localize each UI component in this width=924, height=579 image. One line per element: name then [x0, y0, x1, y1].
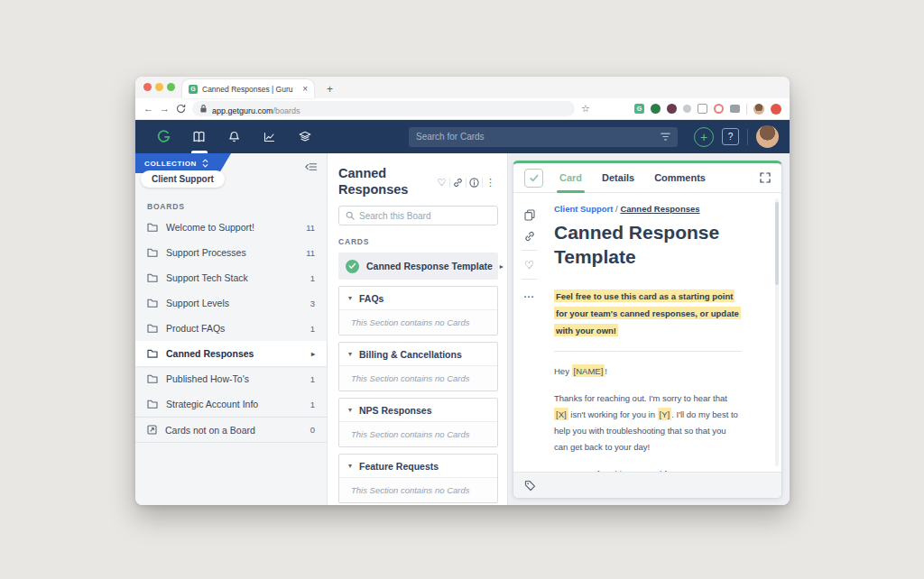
extension-icon[interactable]	[651, 104, 661, 114]
caret-down-icon[interactable]: ▾	[348, 350, 352, 358]
favorite-heart-icon[interactable]: ♡	[524, 254, 534, 275]
extension-icon[interactable]	[667, 104, 677, 114]
tab-close-icon[interactable]: ×	[302, 85, 308, 94]
board-row[interactable]: Support Tech Stack 1	[135, 265, 327, 290]
url-omnibox[interactable]: app.getguru.com/boards	[192, 101, 575, 116]
folder-icon	[147, 273, 158, 282]
caret-down-icon[interactable]: ▾	[348, 294, 352, 302]
extension-icon[interactable]	[714, 104, 724, 114]
card-detail-area: Card Details Comments	[508, 153, 790, 505]
section-empty-state: This Section contains no Cards	[339, 309, 497, 335]
analytics-chart-icon[interactable]	[252, 120, 287, 153]
search-filter-icon[interactable]	[661, 133, 670, 141]
copy-link-icon[interactable]	[450, 178, 466, 188]
divider	[746, 104, 747, 115]
verified-check-icon	[346, 260, 359, 273]
caret-down-icon[interactable]: ▾	[348, 462, 352, 470]
divider	[522, 250, 538, 251]
app-navbar: + ?	[135, 120, 790, 153]
user-avatar[interactable]	[756, 125, 779, 148]
board-row-selected[interactable]: Canned Responses ▸	[135, 341, 327, 366]
card-search-input[interactable]	[416, 132, 661, 142]
boards-nav-icon[interactable]	[181, 120, 217, 153]
browser-tab[interactable]: G Canned Responses | Guru ×	[182, 79, 314, 98]
window-minimize-button[interactable]	[155, 83, 163, 91]
breadcrumb-board-link[interactable]: Canned Responses	[620, 204, 699, 214]
tab-title: Canned Responses | Guru	[202, 85, 298, 94]
browser-profile-avatar[interactable]	[753, 104, 764, 115]
back-icon[interactable]: ←	[143, 104, 153, 114]
card-detail: Card Details Comments	[513, 161, 782, 499]
info-icon[interactable]	[467, 178, 482, 188]
guru-extension-icon[interactable]: G	[634, 104, 644, 114]
board-row[interactable]: Support Levels 3	[135, 290, 327, 316]
tab-comments[interactable]: Comments	[654, 163, 706, 192]
extensions-row: G	[634, 104, 781, 115]
board-search-box[interactable]	[338, 206, 498, 225]
tab-details[interactable]: Details	[602, 163, 634, 192]
board-row[interactable]: Strategic Account Info 1	[135, 391, 327, 417]
duplicate-card-icon[interactable]	[524, 205, 535, 225]
guru-logo-icon[interactable]	[146, 120, 181, 153]
section-header[interactable]: ▾ Billing & Cancellations	[339, 343, 497, 365]
cards-section-label: CARDS	[338, 237, 498, 246]
reload-icon[interactable]	[176, 104, 186, 114]
board-section: ▾ Feature Requests This Section contains…	[338, 454, 498, 503]
new-tab-button[interactable]: +	[327, 83, 333, 96]
board-search-input[interactable]	[359, 211, 491, 221]
extension-icon[interactable]	[683, 105, 691, 113]
board-row[interactable]: Support Processes 11	[135, 240, 327, 265]
create-card-button[interactable]: +	[694, 127, 714, 147]
folder-icon	[147, 299, 158, 308]
section-header[interactable]: ▾ NPS Responses	[339, 399, 497, 421]
card-footer	[513, 472, 781, 498]
board-panel: Canned Responses ♡ ⋮	[328, 153, 508, 505]
notifications-bell-icon[interactable]	[217, 120, 252, 153]
help-button[interactable]: ?	[722, 128, 739, 145]
collection-name-pill[interactable]: Client Support	[141, 170, 225, 188]
folder-icon	[147, 400, 158, 409]
url-host: app.getguru.com	[212, 106, 273, 115]
folder-icon	[147, 374, 158, 383]
copy-link-icon[interactable]	[524, 225, 535, 246]
folder-icon	[147, 223, 158, 232]
browser-menu-icon[interactable]	[771, 104, 781, 115]
board-row[interactable]: Welcome to Support! 11	[135, 215, 327, 240]
board-row[interactable]: Published How-To's 1	[135, 366, 327, 391]
cards-not-on-board-row[interactable]: Cards not on a Board 0	[135, 418, 327, 443]
app-content: COLLECTION Client Support BOARDS Welcome…	[135, 153, 790, 505]
kebab-menu-icon[interactable]: ⋮	[483, 178, 498, 188]
tag-icon[interactable]	[524, 480, 536, 492]
window-close-button[interactable]	[143, 83, 152, 91]
folder-icon	[147, 324, 158, 333]
tab-card[interactable]: Card	[559, 163, 582, 192]
scrollbar-thumb[interactable]	[775, 202, 779, 285]
section-header[interactable]: ▾ Feature Requests	[339, 455, 497, 477]
extension-icon[interactable]	[698, 104, 707, 114]
collection-label: COLLECTION	[144, 160, 197, 168]
bookmark-star-icon[interactable]: ☆	[581, 104, 590, 114]
favorite-heart-icon[interactable]: ♡	[434, 178, 449, 188]
lock-icon	[199, 104, 208, 114]
window-zoom-button[interactable]	[167, 83, 175, 91]
forward-icon[interactable]: →	[160, 104, 170, 114]
more-actions-icon[interactable]: ...	[523, 283, 534, 304]
breadcrumb-collection-link[interactable]: Client Support	[554, 204, 613, 214]
folder-icon	[147, 248, 158, 257]
card-scrollbar[interactable]	[775, 198, 779, 466]
card-title: Canned Response Template	[554, 220, 730, 270]
board-section: ▾ Billing & Cancellations This Section c…	[338, 342, 498, 391]
screenshot-extension-icon[interactable]	[730, 105, 740, 113]
caret-down-icon[interactable]: ▾	[348, 406, 352, 414]
collections-layers-icon[interactable]	[287, 120, 322, 153]
card-search-bar[interactable]	[409, 127, 678, 147]
chevron-right-icon: ▸	[311, 350, 315, 358]
verify-card-button[interactable]	[524, 169, 543, 188]
section-header[interactable]: ▾ FAQs	[339, 287, 497, 309]
divider	[747, 129, 748, 145]
chevron-right-icon: ▸	[500, 262, 504, 271]
board-row[interactable]: Product FAQs 1	[135, 316, 327, 341]
expand-fullscreen-icon[interactable]	[760, 172, 771, 183]
card-list-item-selected[interactable]: Canned Response Template ▸	[338, 253, 498, 280]
collapse-sidebar-icon[interactable]	[304, 160, 318, 176]
